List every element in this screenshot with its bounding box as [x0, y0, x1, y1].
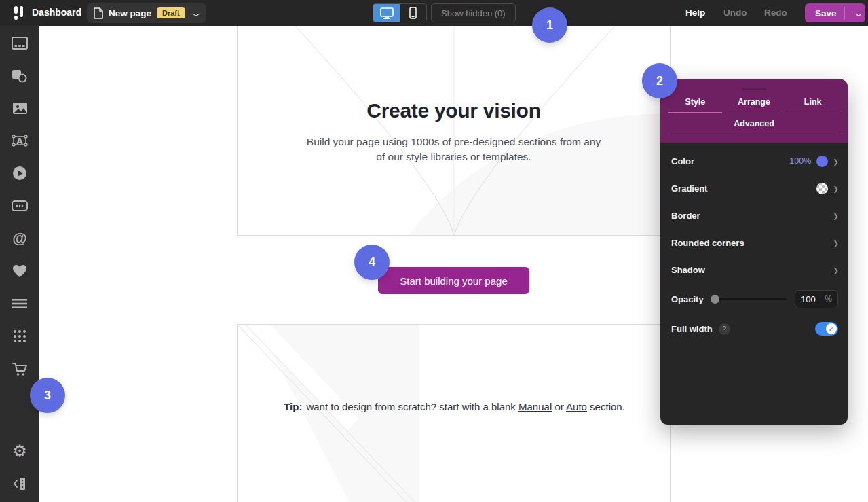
- undo-button[interactable]: Undo: [723, 7, 747, 18]
- tools-sidebar: A @: [0, 26, 39, 502]
- tab-link[interactable]: Link: [786, 97, 839, 113]
- help-link[interactable]: Help: [685, 7, 705, 18]
- svg-text:A: A: [16, 137, 23, 146]
- sidebar-item-social[interactable]: [10, 261, 30, 281]
- color-row[interactable]: Color 100% ›: [660, 147, 848, 175]
- dashboard-link[interactable]: Dashboard: [32, 7, 81, 18]
- sidebar-item-apps[interactable]: [10, 326, 30, 346]
- play-icon: [12, 166, 27, 181]
- page-switcher[interactable]: New page Draft ⌄: [87, 3, 206, 23]
- opacity-slider[interactable]: [712, 298, 787, 300]
- sidebar-item-images[interactable]: [10, 98, 30, 118]
- sidebar-collapse-button[interactable]: [10, 473, 30, 494]
- opacity-input-wrap: %: [795, 290, 838, 308]
- callout-3: 3: [30, 378, 65, 413]
- manual-section-link[interactable]: Manual: [518, 401, 552, 412]
- callout-4: 4: [354, 245, 390, 280]
- menu-icon: [12, 298, 27, 309]
- device-view-toggle: [373, 3, 427, 22]
- opacity-slider-knob[interactable]: [711, 295, 719, 304]
- chevron-right-icon: ›: [833, 153, 838, 170]
- sidebar-item-forms[interactable]: @: [10, 228, 30, 249]
- opacity-row: Opacity %: [660, 283, 848, 315]
- shapes-icon: [12, 69, 28, 83]
- chevron-down-icon: ⌄: [190, 10, 201, 16]
- show-hidden-button[interactable]: Show hidden (0): [431, 3, 516, 22]
- tip-text: Tip:want to design from scratch? start w…: [238, 401, 671, 412]
- cart-icon: [12, 362, 28, 376]
- callout-1: 1: [532, 7, 567, 43]
- sidebar-item-text[interactable]: A: [10, 130, 30, 151]
- sidebar-item-video[interactable]: [10, 163, 30, 183]
- panel-drag-handle[interactable]: [742, 88, 766, 90]
- rounded-corners-row[interactable]: Rounded corners ›: [660, 229, 848, 256]
- sidebar-item-menus[interactable]: [10, 293, 30, 314]
- sidebar-item-ecommerce[interactable]: [10, 359, 30, 379]
- collapse-sidebar-icon: [12, 476, 27, 491]
- gradient-row[interactable]: Gradient ›: [660, 175, 848, 202]
- color-label: Color: [671, 156, 694, 166]
- mobile-view-button[interactable]: [400, 4, 426, 22]
- rounded-corners-label: Rounded corners: [671, 238, 744, 248]
- help-question-icon[interactable]: ?: [719, 323, 730, 335]
- page-icon: [94, 7, 103, 19]
- shadow-label: Shadow: [671, 265, 705, 275]
- desktop-icon: [380, 7, 394, 19]
- mobile-icon: [409, 7, 417, 19]
- sidebar-item-settings[interactable]: ⚙: [10, 441, 30, 461]
- shadow-row[interactable]: Shadow ›: [660, 256, 848, 283]
- hero-section[interactable]: Create your vision Build your page using…: [237, 26, 671, 236]
- chevron-right-icon: ›: [833, 234, 838, 251]
- desktop-view-button[interactable]: [373, 4, 400, 22]
- draft-status-badge: Draft: [157, 7, 185, 18]
- tip-before: want to design from scratch? start with …: [306, 401, 518, 412]
- tip-section-decoration: [238, 325, 671, 502]
- toggle-check-icon: ✓: [826, 323, 837, 334]
- opacity-input[interactable]: [801, 294, 823, 304]
- tab-advanced[interactable]: Advanced: [668, 119, 839, 135]
- chevron-right-icon: ›: [833, 207, 838, 224]
- sidebar-item-shapes[interactable]: [10, 65, 30, 86]
- panel-tabs-row2: Advanced: [668, 119, 839, 135]
- image-icon: [12, 102, 28, 115]
- sidebar-item-sections[interactable]: [10, 33, 30, 53]
- gradient-label: Gradient: [671, 183, 707, 194]
- color-opacity-value: 100%: [789, 156, 811, 166]
- style-panel: Style Arrange Link Advanced Color 100% ›…: [660, 79, 848, 425]
- gradient-swatch[interactable]: [816, 183, 828, 194]
- hero-title: Create your vision: [238, 99, 670, 122]
- border-row[interactable]: Border ›: [660, 202, 848, 229]
- chevron-right-icon: ›: [833, 262, 838, 279]
- tip-prefix: Tip:: [284, 401, 302, 412]
- hero-content: Create your vision Build your page using…: [238, 99, 670, 164]
- sections-icon: [12, 37, 28, 50]
- pagecloud-logo-icon[interactable]: [12, 6, 27, 20]
- page-name: New page: [109, 8, 151, 18]
- sidebar-item-buttons[interactable]: [10, 196, 30, 216]
- save-label: Save: [805, 8, 837, 18]
- color-swatch[interactable]: [816, 156, 828, 167]
- tip-section[interactable]: Tip:want to design from scratch? start w…: [237, 324, 671, 502]
- button-icon: [12, 200, 28, 211]
- tip-after: section.: [587, 401, 625, 412]
- style-panel-header: Style Arrange Link Advanced: [660, 79, 848, 143]
- full-width-row: Full width ? ✓: [660, 315, 848, 343]
- save-button[interactable]: Save ⌄: [805, 3, 865, 22]
- callout-2: 2: [642, 63, 677, 98]
- gear-icon: ⚙: [12, 443, 27, 459]
- border-label: Border: [671, 211, 700, 221]
- full-width-toggle[interactable]: ✓: [815, 322, 838, 336]
- tip-or: or: [552, 401, 566, 412]
- tab-style[interactable]: Style: [668, 97, 722, 113]
- panel-tabs: Style Arrange Link: [666, 97, 842, 113]
- top-bar: Dashboard New page Draft ⌄: [0, 0, 868, 26]
- save-dropdown-chevron-icon[interactable]: ⌄: [844, 7, 863, 20]
- redo-button[interactable]: Redo: [764, 7, 787, 18]
- apps-grid-icon: [13, 329, 26, 343]
- tab-arrange[interactable]: Arrange: [728, 97, 781, 113]
- full-width-label: Full width: [671, 324, 713, 334]
- start-building-button[interactable]: Start building your page: [378, 267, 529, 294]
- style-panel-body: Color 100% › Gradient › Border › Rounded…: [660, 143, 848, 343]
- chevron-right-icon: ›: [833, 180, 838, 197]
- auto-section-link[interactable]: Auto: [566, 401, 587, 412]
